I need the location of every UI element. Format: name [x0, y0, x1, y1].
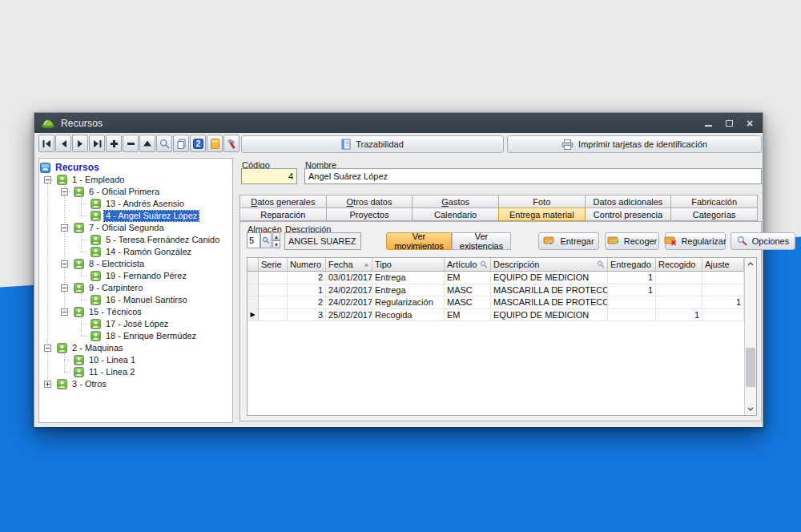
tab-fabricaci-n[interactable]: Fabricación — [670, 195, 758, 208]
column-header-ajuste[interactable]: Ajuste — [702, 258, 744, 272]
cell-serie — [259, 272, 288, 284]
scrollbar-thumb[interactable] — [746, 348, 755, 387]
window-titlebar[interactable]: Recursos × — [34, 113, 763, 133]
tree-node-18-enrique-berm-dez[interactable]: 18 - Enrique Bermúdez — [39, 330, 232, 342]
column-header-label: Descripción — [493, 260, 539, 269]
move-up-button[interactable] — [139, 135, 155, 152]
spinner-up-button[interactable] — [272, 232, 280, 240]
column-header-serie[interactable]: Serie — [259, 258, 288, 272]
opciones-button[interactable]: Opciones — [731, 232, 795, 250]
grid-vertical-scrollbar[interactable] — [744, 258, 756, 415]
ver-movimientos-toggle[interactable]: Ver movimientos — [386, 232, 452, 250]
collapse-minus-icon[interactable] — [61, 308, 68, 316]
tab-categor-as[interactable]: Categorías — [670, 208, 758, 221]
window-title: Recursos — [61, 118, 103, 129]
grid-header-row: SerieNumeroFechaTipoArtículoDescripciónE… — [248, 258, 744, 272]
expand-plus-icon[interactable] — [44, 381, 51, 388]
collapse-minus-icon[interactable] — [61, 188, 68, 195]
minimize-button[interactable] — [702, 118, 714, 129]
grid-row[interactable]: 203/01/2017EntregaEMEQUIPO DE MEDICION1 — [248, 272, 744, 284]
tab-datos-generales[interactable]: Datos generales — [239, 195, 327, 208]
recoger-button[interactable]: Recoger — [605, 232, 659, 250]
column-header-tipo[interactable]: Tipo — [372, 258, 445, 272]
tab-otros-datos[interactable]: Otros datos — [326, 195, 413, 208]
last-icon — [92, 139, 103, 148]
maximize-button[interactable] — [723, 118, 735, 129]
tree-node-13-andr-s-asensio[interactable]: 13 - Andrés Asensio — [39, 198, 232, 210]
tab-reparaci-n[interactable]: Reparación — [239, 208, 327, 221]
tree-junction — [56, 186, 73, 198]
tools-button[interactable] — [223, 135, 239, 152]
add-record-button[interactable] — [106, 135, 122, 152]
collapse-minus-icon[interactable] — [44, 176, 51, 183]
collapse-minus-icon[interactable] — [61, 284, 68, 292]
tab-control-presencia[interactable]: Control presencia — [585, 208, 672, 221]
column-header-recogido[interactable]: Recogido — [656, 258, 702, 272]
cell-ajuste — [702, 272, 744, 284]
tab-proyectos[interactable]: Proyectos — [326, 208, 413, 221]
tree-node-8-electricista[interactable]: 8 - Electricista — [39, 258, 232, 270]
scroll-down-icon[interactable] — [745, 403, 756, 415]
scroll-up-icon[interactable] — [745, 258, 756, 270]
tree-node-10-linea-1[interactable]: 10 - Linea 1 — [39, 354, 232, 366]
tree-node-15-t-cnicos[interactable]: 15 - Técnicos — [39, 306, 232, 318]
search-button[interactable] — [156, 135, 172, 152]
spinner-down-button[interactable] — [272, 240, 280, 248]
column-header-descripci-n[interactable]: Descripción — [491, 258, 608, 272]
imprimir-tarjetas-button[interactable]: Imprimir tarjetas de identificación — [507, 135, 762, 153]
tree-node-9-carpintero[interactable]: 9 - Carpintero — [39, 282, 232, 294]
document-icon — [341, 139, 351, 150]
collapse-minus-icon[interactable] — [44, 345, 51, 352]
tab-foto[interactable]: Foto — [498, 195, 586, 208]
grid-row[interactable]: 224/02/2017RegularizaciónMASCMASCARILLA … — [248, 296, 744, 309]
column-header-numero[interactable]: Numero — [288, 258, 326, 272]
trazabilidad-button[interactable]: Trazabilidad — [241, 135, 504, 153]
column-header-entregado[interactable]: Entregado — [608, 258, 656, 272]
tab-gastos[interactable]: Gastos — [412, 195, 499, 208]
column-header-fecha[interactable]: Fecha — [326, 258, 372, 272]
grid-row[interactable]: ▶325/02/2017RecogidaEMEQUIPO DE MEDICION… — [248, 309, 744, 322]
next-record-button[interactable] — [72, 135, 88, 152]
tree-node-3-otros[interactable]: 3 - Otros — [39, 378, 232, 390]
grid-row[interactable]: 124/02/2017EntregaMASCMASCARILLA DE PROT… — [248, 284, 744, 297]
entregar-button[interactable]: Entregar — [538, 232, 599, 250]
tree-node-6-oficial-primera[interactable]: 6 - Oficial Primera — [39, 186, 232, 198]
ver-existencias-toggle[interactable]: Ver existencias — [452, 232, 511, 250]
tree-node-5-teresa-fern-ndez-canido[interactable]: 5 - Teresa Fernández Canido — [39, 234, 232, 246]
collapse-minus-icon[interactable] — [61, 260, 68, 268]
tree-node-11-linea-2[interactable]: 11 - Linea 2 — [39, 366, 232, 378]
codigo-field[interactable] — [241, 168, 297, 184]
tab-entrega-material[interactable]: Entrega material — [498, 208, 586, 221]
refresh-button[interactable]: 2 — [190, 135, 206, 152]
almacen-search-button[interactable] — [260, 232, 272, 248]
delete-record-button[interactable] — [123, 135, 139, 152]
notes-button[interactable] — [207, 135, 223, 152]
tab-datos-adicionales[interactable]: Datos adicionales — [585, 195, 672, 208]
tree-node-1-empleado[interactable]: 1 - Empleado — [39, 174, 232, 186]
almacen-input[interactable] — [247, 232, 260, 248]
previous-record-button[interactable] — [55, 135, 71, 152]
regularizar-button[interactable]: Regularizar — [665, 232, 726, 250]
copy-button[interactable] — [173, 135, 189, 152]
first-record-button[interactable] — [38, 135, 54, 152]
column-header-art-culo[interactable]: Artículo — [445, 258, 491, 272]
tab-calendario[interactable]: Calendario — [412, 208, 499, 221]
close-button[interactable]: × — [743, 118, 756, 129]
tree-node-19-fernando-p-rez[interactable]: 19 - Fernando Pérez — [39, 270, 232, 282]
column-header-label: Tipo — [375, 260, 392, 269]
column-filter-magnifier-icon[interactable] — [597, 260, 605, 268]
tree-root-recursos[interactable]: Recursos — [39, 162, 232, 174]
tools-icon — [227, 139, 237, 149]
last-record-button[interactable] — [89, 135, 105, 152]
tree-node-16-manuel-santirso[interactable]: 16 - Manuel Santirso — [39, 294, 232, 306]
column-filter-magnifier-icon[interactable] — [480, 260, 488, 268]
tree-node-14-ram-n-gonz-lez[interactable]: 14 - Ramón González — [39, 246, 232, 258]
cell-tipo: Regularización — [372, 296, 445, 309]
tree-node-2-maquinas[interactable]: 2 - Maquinas — [39, 342, 232, 354]
tree-node-7-oficial-segunda[interactable]: 7 - Oficial Segunda — [39, 222, 232, 234]
nombre-field[interactable] — [304, 168, 762, 184]
collapse-minus-icon[interactable] — [61, 224, 68, 232]
magnifier-icon — [159, 139, 170, 149]
tree-node-17-jos-l-pez[interactable]: 17 - José López — [39, 318, 232, 330]
tree-node-4-angel-su-rez-l-pez[interactable]: 4 - Angel Suárez López — [39, 210, 232, 222]
